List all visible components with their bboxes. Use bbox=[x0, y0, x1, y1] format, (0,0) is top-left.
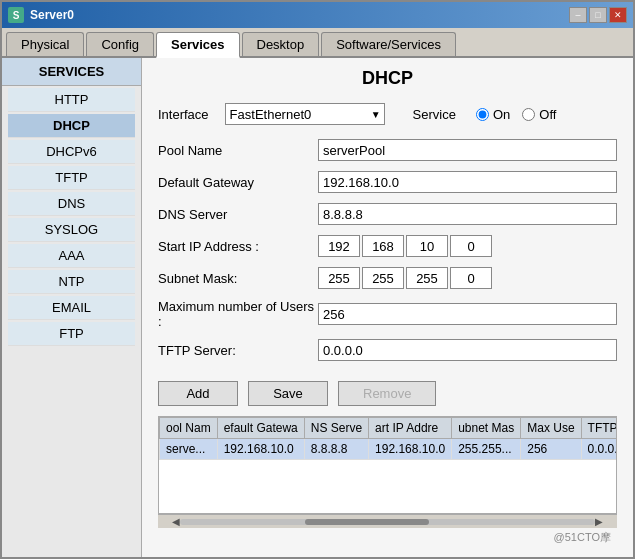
start-ip-label: Start IP Address : bbox=[158, 239, 318, 254]
pool-name-input[interactable] bbox=[318, 139, 617, 161]
data-table-container: ool Nam efault Gatewa NS Serve art IP Ad… bbox=[158, 416, 617, 514]
table-row[interactable]: serve... 192.168.10.0 8.8.8.8 192.168.10… bbox=[160, 439, 618, 460]
h-scrollbar: ◀ ▶ bbox=[158, 514, 617, 528]
app-icon: S bbox=[8, 7, 24, 23]
start-ip-octet1[interactable] bbox=[318, 235, 360, 257]
tab-desktop[interactable]: Desktop bbox=[242, 32, 320, 56]
sidebar-item-ftp[interactable]: FTP bbox=[8, 322, 135, 346]
col-max-users: Max Use bbox=[521, 418, 581, 439]
content-area: SERVICES HTTP DHCP DHCPv6 TFTP DNS SYSLO… bbox=[2, 58, 633, 557]
radio-off-option[interactable]: Off bbox=[522, 107, 556, 122]
col-pool-name: ool Nam bbox=[160, 418, 218, 439]
save-button[interactable]: Save bbox=[248, 381, 328, 406]
start-ip-octet3[interactable] bbox=[406, 235, 448, 257]
interface-row: Interface FastEthernet0 ▼ Service On O bbox=[158, 103, 617, 125]
start-ip-fields bbox=[318, 235, 492, 257]
max-users-label: Maximum number of Users : bbox=[158, 299, 318, 329]
subnet-octet2[interactable] bbox=[362, 267, 404, 289]
title-bar-text: S Server0 bbox=[8, 7, 74, 23]
radio-off-input[interactable] bbox=[522, 108, 535, 121]
sidebar-list: HTTP DHCP DHCPv6 TFTP DNS SYSLOG AAA NTP… bbox=[2, 86, 141, 557]
col-default-gateway: efault Gatewa bbox=[217, 418, 304, 439]
sidebar: SERVICES HTTP DHCP DHCPv6 TFTP DNS SYSLO… bbox=[2, 58, 142, 557]
subnet-octet4[interactable] bbox=[450, 267, 492, 289]
dns-server-label: DNS Server bbox=[158, 207, 318, 222]
start-ip-row: Start IP Address : bbox=[158, 235, 617, 257]
subnet-octet1[interactable] bbox=[318, 267, 360, 289]
dns-server-row: DNS Server bbox=[158, 203, 617, 225]
title-bar: S Server0 – □ ✕ bbox=[2, 2, 633, 28]
button-row: Add Save Remove bbox=[158, 381, 617, 406]
col-dns-server: NS Serve bbox=[304, 418, 368, 439]
table-body: serve... 192.168.10.0 8.8.8.8 192.168.10… bbox=[160, 439, 618, 460]
sidebar-item-email[interactable]: EMAIL bbox=[8, 296, 135, 320]
cell-max-users: 256 bbox=[521, 439, 581, 460]
window-title: Server0 bbox=[30, 8, 74, 22]
start-ip-octet2[interactable] bbox=[362, 235, 404, 257]
sidebar-item-dns[interactable]: DNS bbox=[8, 192, 135, 216]
add-button[interactable]: Add bbox=[158, 381, 238, 406]
radio-on-input[interactable] bbox=[476, 108, 489, 121]
radio-on-option[interactable]: On bbox=[476, 107, 510, 122]
interface-label: Interface bbox=[158, 107, 209, 122]
sidebar-title: SERVICES bbox=[2, 58, 141, 86]
max-users-input[interactable] bbox=[318, 303, 617, 325]
sidebar-item-aaa[interactable]: AAA bbox=[8, 244, 135, 268]
main-window: S Server0 – □ ✕ Physical Config Services… bbox=[0, 0, 635, 559]
sidebar-item-tftp[interactable]: TFTP bbox=[8, 166, 135, 190]
cell-start-ip: 192.168.10.0 bbox=[369, 439, 452, 460]
default-gateway-row: Default Gateway bbox=[158, 171, 617, 193]
dns-server-input[interactable] bbox=[318, 203, 617, 225]
tab-services[interactable]: Services bbox=[156, 32, 240, 58]
cell-subnet: 255.255... bbox=[452, 439, 521, 460]
dhcp-table: ool Nam efault Gatewa NS Serve art IP Ad… bbox=[159, 417, 617, 460]
subnet-mask-row: Subnet Mask: bbox=[158, 267, 617, 289]
scrollbar-track bbox=[180, 519, 595, 525]
close-button[interactable]: ✕ bbox=[609, 7, 627, 23]
col-subnet: ubnet Mas bbox=[452, 418, 521, 439]
radio-on-label: On bbox=[493, 107, 510, 122]
cell-tftp: 0.0.0.0 bbox=[581, 439, 617, 460]
default-gateway-input[interactable] bbox=[318, 171, 617, 193]
radio-off-label: Off bbox=[539, 107, 556, 122]
remove-button[interactable]: Remove bbox=[338, 381, 436, 406]
interface-select[interactable]: FastEthernet0 bbox=[225, 103, 385, 125]
max-users-row: Maximum number of Users : bbox=[158, 299, 617, 329]
main-panel: DHCP Interface FastEthernet0 ▼ Service O… bbox=[142, 58, 633, 557]
start-ip-octet4[interactable] bbox=[450, 235, 492, 257]
sidebar-item-http[interactable]: HTTP bbox=[8, 88, 135, 112]
tftp-server-row: TFTP Server: bbox=[158, 339, 617, 361]
cell-dns-server: 8.8.8.8 bbox=[304, 439, 368, 460]
col-tftp: TFTP bbox=[581, 418, 617, 439]
subnet-mask-fields bbox=[318, 267, 492, 289]
col-start-ip: art IP Addre bbox=[369, 418, 452, 439]
sidebar-item-ntp[interactable]: NTP bbox=[8, 270, 135, 294]
minimize-button[interactable]: – bbox=[569, 7, 587, 23]
sidebar-item-syslog[interactable]: SYSLOG bbox=[8, 218, 135, 242]
scrollbar-thumb[interactable] bbox=[305, 519, 430, 525]
tab-config[interactable]: Config bbox=[86, 32, 154, 56]
default-gateway-label: Default Gateway bbox=[158, 175, 318, 190]
interface-select-wrapper: FastEthernet0 ▼ bbox=[225, 103, 385, 125]
table-header-row: ool Nam efault Gatewa NS Serve art IP Ad… bbox=[160, 418, 618, 439]
watermark: @51CTO摩 bbox=[158, 528, 617, 547]
title-controls: – □ ✕ bbox=[569, 7, 627, 23]
tab-physical[interactable]: Physical bbox=[6, 32, 84, 56]
sidebar-item-dhcpv6[interactable]: DHCPv6 bbox=[8, 140, 135, 164]
cell-pool-name: serve... bbox=[160, 439, 218, 460]
subnet-mask-label: Subnet Mask: bbox=[158, 271, 318, 286]
scroll-left-arrow[interactable]: ◀ bbox=[172, 516, 180, 527]
subnet-octet3[interactable] bbox=[406, 267, 448, 289]
tab-software[interactable]: Software/Services bbox=[321, 32, 456, 56]
service-label: Service bbox=[413, 107, 456, 122]
pool-name-row: Pool Name bbox=[158, 139, 617, 161]
scroll-right-arrow[interactable]: ▶ bbox=[595, 516, 603, 527]
cell-default-gateway: 192.168.10.0 bbox=[217, 439, 304, 460]
tftp-server-input[interactable] bbox=[318, 339, 617, 361]
pool-name-label: Pool Name bbox=[158, 143, 318, 158]
radio-group: On Off bbox=[476, 107, 556, 122]
sidebar-item-dhcp[interactable]: DHCP bbox=[8, 114, 135, 138]
tftp-server-label: TFTP Server: bbox=[158, 343, 318, 358]
maximize-button[interactable]: □ bbox=[589, 7, 607, 23]
panel-title: DHCP bbox=[158, 68, 617, 89]
